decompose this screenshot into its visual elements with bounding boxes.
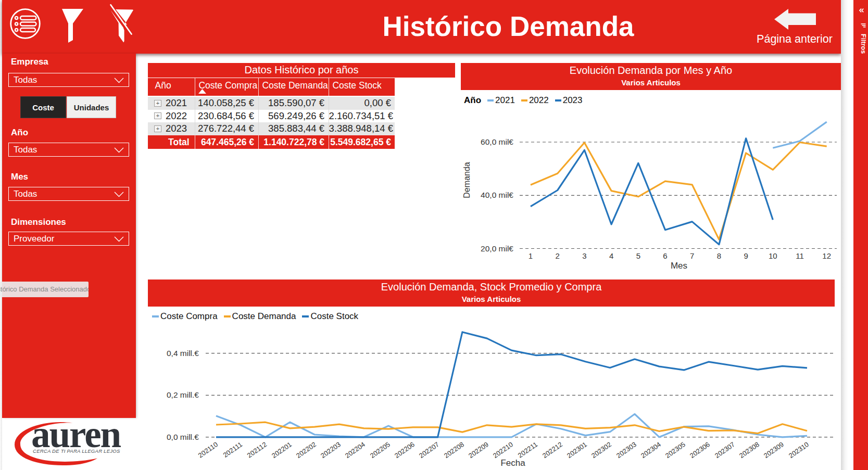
svg-text:CERCA DE TI PARA LLEGAR LEJOS: CERCA DE TI PARA LLEGAR LEJOS — [33, 448, 120, 454]
